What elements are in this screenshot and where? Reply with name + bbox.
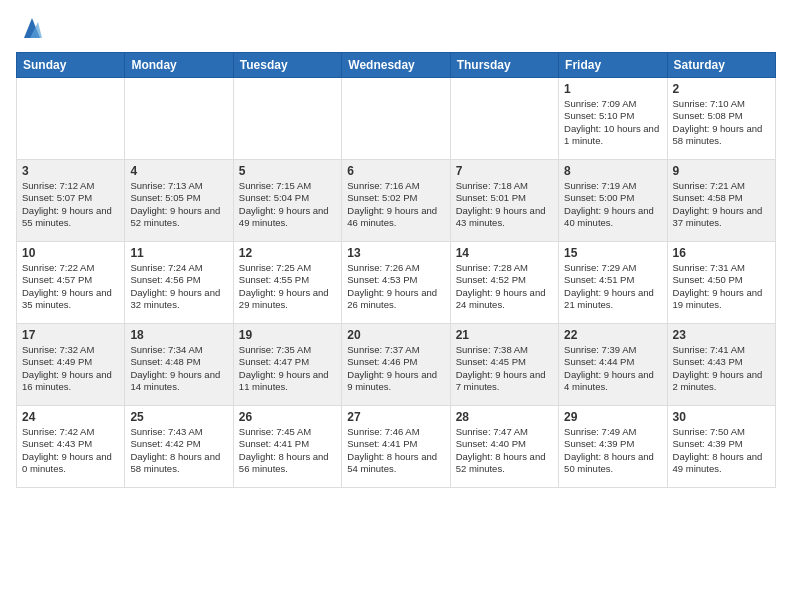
day-info-line: Sunset: 5:05 PM: [130, 192, 227, 204]
day-info-line: Sunrise: 7:15 AM: [239, 180, 336, 192]
day-number: 28: [456, 410, 553, 424]
calendar-day-cell: [125, 78, 233, 160]
day-of-week-header: Monday: [125, 53, 233, 78]
day-info-line: Sunset: 5:02 PM: [347, 192, 444, 204]
day-info-line: Sunset: 4:42 PM: [130, 438, 227, 450]
day-info-line: Daylight: 9 hours and 46 minutes.: [347, 205, 444, 230]
day-info-line: Daylight: 9 hours and 2 minutes.: [673, 369, 770, 394]
day-info-line: Sunset: 5:04 PM: [239, 192, 336, 204]
day-number: 30: [673, 410, 770, 424]
calendar-day-cell: 29Sunrise: 7:49 AMSunset: 4:39 PMDayligh…: [559, 406, 667, 488]
day-info-line: Sunset: 4:43 PM: [22, 438, 119, 450]
day-number: 1: [564, 82, 661, 96]
calendar-day-cell: 15Sunrise: 7:29 AMSunset: 4:51 PMDayligh…: [559, 242, 667, 324]
calendar-day-cell: 16Sunrise: 7:31 AMSunset: 4:50 PMDayligh…: [667, 242, 775, 324]
calendar-header-row: SundayMondayTuesdayWednesdayThursdayFrid…: [17, 53, 776, 78]
day-info-line: Daylight: 9 hours and 7 minutes.: [456, 369, 553, 394]
day-info-line: Sunset: 4:52 PM: [456, 274, 553, 286]
day-info-line: Sunset: 4:43 PM: [673, 356, 770, 368]
day-number: 7: [456, 164, 553, 178]
day-info-line: Sunset: 4:56 PM: [130, 274, 227, 286]
day-number: 16: [673, 246, 770, 260]
day-info-line: Sunset: 4:41 PM: [347, 438, 444, 450]
day-info-line: Sunrise: 7:13 AM: [130, 180, 227, 192]
day-info-line: Daylight: 8 hours and 52 minutes.: [456, 451, 553, 476]
calendar-day-cell: 28Sunrise: 7:47 AMSunset: 4:40 PMDayligh…: [450, 406, 558, 488]
calendar-day-cell: 18Sunrise: 7:34 AMSunset: 4:48 PMDayligh…: [125, 324, 233, 406]
day-number: 11: [130, 246, 227, 260]
calendar-day-cell: 10Sunrise: 7:22 AMSunset: 4:57 PMDayligh…: [17, 242, 125, 324]
day-info-line: Daylight: 9 hours and 32 minutes.: [130, 287, 227, 312]
day-info-line: Daylight: 9 hours and 19 minutes.: [673, 287, 770, 312]
day-info-line: Sunrise: 7:31 AM: [673, 262, 770, 274]
day-info-line: Daylight: 9 hours and 29 minutes.: [239, 287, 336, 312]
day-number: 29: [564, 410, 661, 424]
calendar-day-cell: 20Sunrise: 7:37 AMSunset: 4:46 PMDayligh…: [342, 324, 450, 406]
day-info-line: Sunrise: 7:25 AM: [239, 262, 336, 274]
day-info-line: Sunset: 4:57 PM: [22, 274, 119, 286]
calendar-day-cell: 17Sunrise: 7:32 AMSunset: 4:49 PMDayligh…: [17, 324, 125, 406]
day-info-line: Sunrise: 7:41 AM: [673, 344, 770, 356]
day-number: 12: [239, 246, 336, 260]
day-info-line: Sunrise: 7:12 AM: [22, 180, 119, 192]
day-info-line: Sunrise: 7:37 AM: [347, 344, 444, 356]
day-info-line: Sunset: 4:48 PM: [130, 356, 227, 368]
calendar-day-cell: 8Sunrise: 7:19 AMSunset: 5:00 PMDaylight…: [559, 160, 667, 242]
day-info-line: Daylight: 9 hours and 21 minutes.: [564, 287, 661, 312]
day-number: 9: [673, 164, 770, 178]
day-info-line: Daylight: 9 hours and 55 minutes.: [22, 205, 119, 230]
calendar-day-cell: [342, 78, 450, 160]
day-info-line: Daylight: 9 hours and 24 minutes.: [456, 287, 553, 312]
day-info-line: Daylight: 9 hours and 4 minutes.: [564, 369, 661, 394]
day-of-week-header: Saturday: [667, 53, 775, 78]
calendar-day-cell: 3Sunrise: 7:12 AMSunset: 5:07 PMDaylight…: [17, 160, 125, 242]
day-info-line: Sunset: 4:39 PM: [673, 438, 770, 450]
calendar-day-cell: 14Sunrise: 7:28 AMSunset: 4:52 PMDayligh…: [450, 242, 558, 324]
day-info-line: Sunset: 5:10 PM: [564, 110, 661, 122]
day-info-line: Daylight: 9 hours and 40 minutes.: [564, 205, 661, 230]
day-info-line: Sunrise: 7:38 AM: [456, 344, 553, 356]
calendar-day-cell: 27Sunrise: 7:46 AMSunset: 4:41 PMDayligh…: [342, 406, 450, 488]
day-number: 26: [239, 410, 336, 424]
day-info-line: Sunrise: 7:47 AM: [456, 426, 553, 438]
day-number: 8: [564, 164, 661, 178]
day-info-line: Sunrise: 7:19 AM: [564, 180, 661, 192]
day-info-line: Sunset: 4:46 PM: [347, 356, 444, 368]
day-info-line: Sunrise: 7:39 AM: [564, 344, 661, 356]
day-info-line: Daylight: 9 hours and 37 minutes.: [673, 205, 770, 230]
day-info-line: Sunrise: 7:50 AM: [673, 426, 770, 438]
calendar-day-cell: 30Sunrise: 7:50 AMSunset: 4:39 PMDayligh…: [667, 406, 775, 488]
day-info-line: Sunrise: 7:24 AM: [130, 262, 227, 274]
day-info-line: Sunrise: 7:43 AM: [130, 426, 227, 438]
day-info-line: Daylight: 9 hours and 26 minutes.: [347, 287, 444, 312]
calendar-day-cell: 21Sunrise: 7:38 AMSunset: 4:45 PMDayligh…: [450, 324, 558, 406]
calendar-day-cell: 5Sunrise: 7:15 AMSunset: 5:04 PMDaylight…: [233, 160, 341, 242]
day-of-week-header: Wednesday: [342, 53, 450, 78]
day-number: 14: [456, 246, 553, 260]
day-info-line: Daylight: 8 hours and 49 minutes.: [673, 451, 770, 476]
day-number: 3: [22, 164, 119, 178]
day-info-line: Sunrise: 7:16 AM: [347, 180, 444, 192]
day-info-line: Sunrise: 7:26 AM: [347, 262, 444, 274]
day-info-line: Sunset: 5:08 PM: [673, 110, 770, 122]
day-number: 19: [239, 328, 336, 342]
day-info-line: Sunset: 4:47 PM: [239, 356, 336, 368]
calendar-day-cell: 26Sunrise: 7:45 AMSunset: 4:41 PMDayligh…: [233, 406, 341, 488]
day-number: 21: [456, 328, 553, 342]
calendar-table: SundayMondayTuesdayWednesdayThursdayFrid…: [16, 52, 776, 488]
day-info-line: Sunrise: 7:49 AM: [564, 426, 661, 438]
day-info-line: Sunrise: 7:32 AM: [22, 344, 119, 356]
day-info-line: Daylight: 8 hours and 54 minutes.: [347, 451, 444, 476]
logo-icon: [22, 16, 42, 40]
day-number: 22: [564, 328, 661, 342]
calendar-day-cell: 12Sunrise: 7:25 AMSunset: 4:55 PMDayligh…: [233, 242, 341, 324]
day-number: 5: [239, 164, 336, 178]
logo: [16, 16, 42, 40]
day-info-line: Daylight: 9 hours and 49 minutes.: [239, 205, 336, 230]
calendar-week-row: 17Sunrise: 7:32 AMSunset: 4:49 PMDayligh…: [17, 324, 776, 406]
day-info-line: Sunrise: 7:45 AM: [239, 426, 336, 438]
calendar-week-row: 3Sunrise: 7:12 AMSunset: 5:07 PMDaylight…: [17, 160, 776, 242]
day-of-week-header: Friday: [559, 53, 667, 78]
day-number: 18: [130, 328, 227, 342]
day-info-line: Sunrise: 7:29 AM: [564, 262, 661, 274]
